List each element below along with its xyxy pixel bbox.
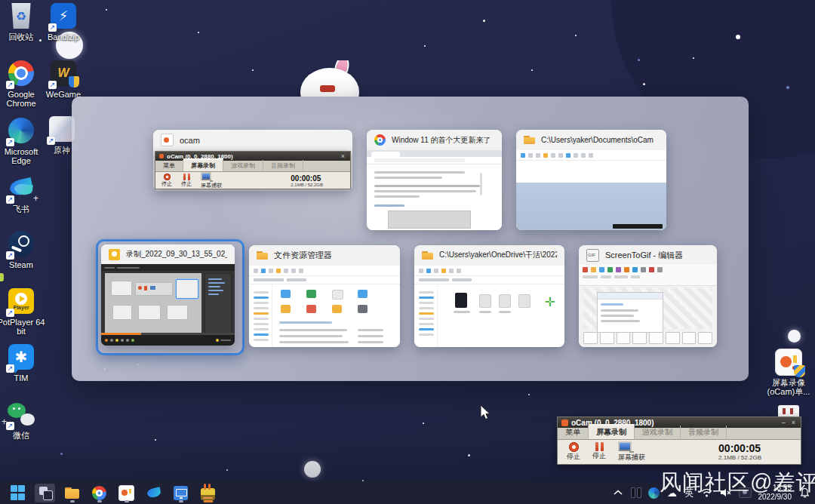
ocam-window[interactable]: oCam (0, 0, 2880, 1800) – × 菜单 屏幕录制 游戏录制… xyxy=(557,416,801,465)
icon-label: TIM xyxy=(0,373,45,383)
window-title: ocam xyxy=(180,136,200,145)
taskbar-feishu[interactable] xyxy=(143,484,164,502)
icon-label: PotPlayer 64 bit xyxy=(0,318,45,336)
player-thumbnail xyxy=(101,264,235,346)
feishu-icon: ↗ xyxy=(8,175,35,202)
recording-timer: 00:00:05 xyxy=(718,442,761,454)
taskview-card-screentogif[interactable]: ScreenToGif - 编辑器 xyxy=(579,245,717,347)
folder-icon xyxy=(422,250,433,261)
monitor-icon xyxy=(618,441,645,453)
wallpaper-moon-right xyxy=(788,330,801,343)
feishu-icon xyxy=(146,485,161,500)
ocam-icon xyxy=(161,134,174,146)
ocam-window-thumbnail: oCam (0, 0, 2880, 1800) × 菜单 屏幕录制 游戏录制 音… xyxy=(155,151,351,189)
window-title: ScreenToGif - 编辑器 xyxy=(605,250,683,261)
tab-game-recording[interactable]: 游戏录制 xyxy=(635,426,681,439)
browser-thumbnail xyxy=(367,150,502,230)
monitor-icon xyxy=(174,486,188,500)
mouse-cursor xyxy=(480,404,491,424)
task-view-button[interactable] xyxy=(35,484,55,502)
screen-capture-button[interactable]: 屏幕捕获 xyxy=(618,441,645,463)
task-view-icon xyxy=(38,486,52,499)
folder-icon xyxy=(524,134,535,146)
taskbar-file-explorer[interactable] xyxy=(62,484,82,502)
chrome-icon xyxy=(92,486,106,500)
window-title: 文件资源管理器 xyxy=(274,250,332,261)
minimize-button[interactable]: – xyxy=(780,419,787,426)
card-header: ocam xyxy=(153,130,352,150)
taskview-card-onedrive[interactable]: C:\Users\yaker\OneDrive\干活\2022-0... ✛ xyxy=(414,245,564,347)
desktop-icon-wegame[interactable]: W↗ WeGame xyxy=(39,60,88,99)
drag-plus-cursor: ✛ xyxy=(545,294,555,310)
edge-tray-icon[interactable] xyxy=(648,487,660,499)
wegame-icon: W↗ xyxy=(50,60,77,88)
bandizip-icon: ⚡↗ xyxy=(50,3,77,30)
ocam-icon xyxy=(118,485,134,501)
desktop-icon-wechat[interactable]: ↗ 微信 xyxy=(0,401,45,440)
taskview-card-documents-ocam[interactable]: C:\Users\yaker\Documents\oCam xyxy=(516,130,666,230)
tim-icon: ✱↗ xyxy=(8,344,35,371)
taskview-card-recording[interactable]: 录制_2022_09_30_13_55_02_766.... xyxy=(101,244,235,346)
potplayer-icon xyxy=(109,249,120,260)
potplayer-icon: Player↗ xyxy=(8,288,35,315)
taskview-card-ocam[interactable]: ocam oCam (0, 0, 2880, 1800) × 菜单 屏幕录制 游… xyxy=(153,130,352,191)
card-header: 录制_2022_09_30_13_55_02_766.... xyxy=(101,244,235,264)
window-title: C:\Users\yaker\OneDrive\干活\2022-0... xyxy=(439,250,557,260)
card-header: C:\Users\yaker\OneDrive\干活\2022-0... xyxy=(414,245,564,265)
desktop-icon-ocam-recorder[interactable]: 屏幕录像 (oCam)单... xyxy=(764,349,813,396)
wechat-icon: ↗ xyxy=(8,401,35,429)
window-title: C:\Users\yaker\Documents\oCam xyxy=(541,136,654,144)
card-header: C:\Users\yaker\Documents\oCam xyxy=(516,130,666,150)
desktop-icon-steam[interactable]: ↗ Steam xyxy=(0,231,45,269)
chrome-icon: ↗ xyxy=(8,60,35,88)
card-header: ScreenToGif - 编辑器 xyxy=(579,245,717,265)
taskbar-screentogif-recording[interactable] xyxy=(198,484,218,502)
close-button[interactable]: × xyxy=(790,419,797,426)
desktop-icon-potplayer[interactable]: Player↗ PotPlayer 64 bit xyxy=(0,288,45,336)
folder-icon xyxy=(65,487,79,499)
tab-screen-recording[interactable]: 屏幕录制 xyxy=(589,424,635,439)
explorer-thumbnail: ✛ xyxy=(414,266,564,347)
taskbar-chrome[interactable] xyxy=(89,484,109,502)
icon-label: 回收站 xyxy=(0,32,45,41)
card-header: 文件资源管理器 xyxy=(249,245,400,265)
recorder-icon xyxy=(201,488,215,500)
watermark: 风闻社区@差评 xyxy=(660,468,815,498)
start-button[interactable] xyxy=(8,484,28,502)
taskbar-screen-recorder[interactable] xyxy=(171,484,191,502)
screentogif-icon xyxy=(586,249,599,262)
hidden-icons-chevron[interactable] xyxy=(612,487,624,499)
explorer-thumbnail xyxy=(516,150,666,230)
desktop-icon-recycle-bin[interactable]: ♻ 回收站 xyxy=(0,3,45,41)
icon-label: Google Chrome xyxy=(0,90,45,108)
steam-icon: ↗ xyxy=(8,231,35,258)
window-title: Window 11 的首个大更新来了，可... xyxy=(392,135,494,146)
desktop-icon-feishu[interactable]: ↗ 飞书 xyxy=(0,175,45,214)
explorer-thumbnail xyxy=(249,266,400,347)
taskview-card-chrome[interactable]: Window 11 的首个大更新来了，可... xyxy=(367,130,502,230)
windows-logo-icon xyxy=(11,485,26,500)
tab-audio-recording[interactable]: 音频录制 xyxy=(681,426,727,439)
taskbar-ocam[interactable] xyxy=(116,484,137,502)
recycle-bin-icon: ♻ xyxy=(8,3,35,30)
pause-icon xyxy=(592,442,606,451)
desktop-icon-bandizip[interactable]: ⚡↗ Bandizip xyxy=(39,3,88,41)
window-title: 录制_2022_09_30_13_55_02_766.... xyxy=(126,249,227,260)
taskview-card-explorer[interactable]: 文件资源管理器 xyxy=(249,245,400,347)
recording-size: 2.1MB / 52.2GB xyxy=(718,454,761,461)
stop-button[interactable]: 停止 xyxy=(567,442,580,462)
folder-icon xyxy=(257,250,268,261)
tray-app-icon[interactable] xyxy=(631,487,641,498)
card-header: Window 11 的首个大更新来了，可... xyxy=(367,130,502,150)
icon-label: 屏幕录像 (oCam)单... xyxy=(764,378,813,396)
desktop-icon-google-chrome[interactable]: ↗ Google Chrome xyxy=(0,60,45,108)
stop-icon xyxy=(569,442,579,452)
wallpaper-green-mark xyxy=(0,273,4,281)
editor-thumbnail xyxy=(579,265,717,347)
pause-button[interactable]: 停止 xyxy=(592,442,606,461)
icon-label: Bandizip xyxy=(39,32,88,41)
tab-menu[interactable]: 菜单 xyxy=(558,426,589,439)
icon-label: 飞书 xyxy=(0,204,45,214)
desktop-icon-tim[interactable]: ✱↗ TIM xyxy=(0,344,45,383)
wallpaper-rabbit xyxy=(296,60,364,97)
